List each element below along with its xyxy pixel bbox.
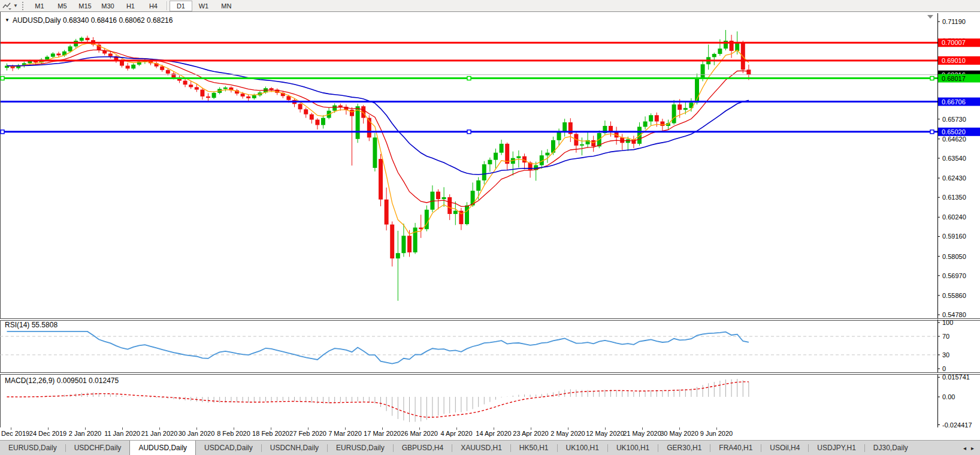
date-label: 11 Jan 2020 <box>104 430 140 437</box>
candle <box>419 215 423 238</box>
candle <box>310 113 314 123</box>
macd-pane[interactable]: 0.0157410.00-0.024417 <box>0 375 980 427</box>
chart-tab-dj30-daily[interactable]: DJ30,Daily <box>865 441 917 455</box>
rsi-value: 55.5808 <box>32 321 58 329</box>
chart-tab-eurusd-daily[interactable]: EURUSD,Daily <box>328 441 393 455</box>
chart-tab-usdjpy-h1[interactable]: USDJPY,H1 <box>809 441 864 455</box>
candle <box>200 88 204 100</box>
timeframe-button-mn[interactable]: MN <box>215 1 238 11</box>
candle <box>649 113 653 126</box>
tab-scroll-right-icon[interactable]: ▸ <box>971 445 974 451</box>
chart-tab-xauusd-h1[interactable]: XAUUSD,H1 <box>452 441 510 455</box>
chart-tab-usdcad-daily[interactable]: USDCAD,Daily <box>196 441 261 455</box>
candle <box>568 118 573 142</box>
candle <box>155 62 159 68</box>
chart-menu-caret-icon[interactable]: ▼ <box>5 17 10 23</box>
timeframe-button-m5[interactable]: M5 <box>51 1 74 11</box>
price-tick-label: 0.54780 <box>942 311 966 318</box>
candle <box>246 94 250 101</box>
candle <box>350 107 354 165</box>
chart-tab-eurusd-daily[interactable]: EURUSD,Daily <box>0 441 65 455</box>
line-handle[interactable] <box>467 130 471 134</box>
chart-tab-ger30-h1[interactable]: GER30,H1 <box>658 441 710 455</box>
date-label: 2 Jan 2020 <box>69 430 101 437</box>
candle <box>229 86 233 92</box>
price-tick-label: 0.55860 <box>942 292 966 299</box>
chart-tab-bar: EURUSD,DailyUSDCHF,DailyAUDUSD,DailyUSDC… <box>0 440 980 455</box>
line-handle[interactable] <box>930 77 934 80</box>
candle <box>660 119 664 132</box>
candle <box>85 36 89 42</box>
candle <box>212 92 216 100</box>
candle <box>534 162 538 181</box>
chart-tab-gbpusd-h4[interactable]: GBPUSD,H4 <box>394 441 452 455</box>
date-label: 30 May 2020 <box>660 430 698 437</box>
candle <box>724 30 728 50</box>
date-label: 27 Feb 2020 <box>289 430 326 437</box>
timeframe-button-m15[interactable]: M15 <box>74 1 96 11</box>
candle <box>114 55 118 63</box>
line-handle[interactable] <box>930 130 934 134</box>
timeframe-button-h4[interactable]: H4 <box>142 1 165 11</box>
candle <box>712 53 716 65</box>
candle <box>706 44 710 70</box>
line-handle[interactable] <box>1 130 4 134</box>
svg-text:0.65020: 0.65020 <box>942 128 966 135</box>
candle <box>304 107 308 117</box>
macd-scale-label: 0.00 <box>942 393 955 400</box>
price-badge: 0.70007 <box>938 38 980 47</box>
timeframe-button-m1[interactable]: M1 <box>28 1 51 11</box>
candle <box>385 188 389 231</box>
chart-tab-audusd-daily[interactable]: AUDUSD,Daily <box>129 441 196 455</box>
timeframe-button-d1[interactable]: D1 <box>170 1 192 11</box>
rsi-scale-label: 0 <box>942 365 946 372</box>
price-badge: 0.65020 <box>938 128 980 136</box>
rsi-scale-label: 30 <box>942 351 949 358</box>
svg-text:0.69010: 0.69010 <box>942 57 966 64</box>
candle <box>298 103 303 112</box>
tab-scroll-left-icon[interactable]: ◂ <box>963 445 966 451</box>
price-badge: 0.68017 <box>938 74 980 83</box>
chart-tab-hk50-h1[interactable]: HK50,H1 <box>511 441 557 455</box>
date-label: 4 Apr 2020 <box>440 430 472 437</box>
svg-text:0.66706: 0.66706 <box>942 98 966 106</box>
candle <box>430 185 434 212</box>
rsi-pane[interactable]: 10070300 <box>0 320 980 372</box>
chart-tab-uk100-h1[interactable]: UK100,H1 <box>558 441 607 455</box>
chart-shift-marker-icon <box>927 15 933 19</box>
price-chart-pane[interactable]: 0.711900.701100.690300.679200.668100.657… <box>0 13 980 318</box>
chart-tab-fra40-h1[interactable]: FRA40,H1 <box>710 441 761 455</box>
candle <box>545 149 549 163</box>
candle <box>631 135 636 148</box>
date-label: 9 Jun 2020 <box>700 430 733 437</box>
candle <box>390 221 394 266</box>
macd-scale-label: 0.015741 <box>942 375 970 381</box>
chart-tab-usdchf-daily[interactable]: USDCHF,Daily <box>66 441 130 455</box>
timeframe-toolbar: ▼ M1M5M15M30H1H4D1W1MN <box>0 0 980 12</box>
candle <box>540 150 544 169</box>
date-axis: 14 Dec 201924 Dec 20192 Jan 202011 Jan 2… <box>0 427 980 440</box>
candle <box>401 224 406 257</box>
date-label: 2 May 2020 <box>551 430 585 437</box>
line-handle[interactable] <box>467 77 471 80</box>
timeframe-button-m30[interactable]: M30 <box>96 1 119 11</box>
price-tick-label: 0.56970 <box>942 272 966 279</box>
candle <box>5 64 9 71</box>
timeframe-button-h1[interactable]: H1 <box>119 1 142 11</box>
candle <box>396 231 400 301</box>
price-tick-label: 0.61350 <box>942 194 966 201</box>
chart-tab-uk100-h1[interactable]: UK100,H1 <box>608 441 658 455</box>
rsi-scale-label: 70 <box>942 333 949 340</box>
chart-tab-usoil-h4[interactable]: USOil,H4 <box>761 441 808 455</box>
candle <box>442 187 446 207</box>
price-tick-label: 0.63540 <box>942 155 966 162</box>
timeframe-button-w1[interactable]: W1 <box>192 1 215 11</box>
pointer-tool-icon[interactable]: ▼ <box>2 2 18 10</box>
pointer-tool-caret-icon[interactable]: ▼ <box>13 3 18 8</box>
line-handle[interactable] <box>1 77 4 80</box>
svg-text:0.70007: 0.70007 <box>942 39 966 46</box>
chart-tab-usdcnh-daily[interactable]: USDCNH,Daily <box>262 441 327 455</box>
macd-scale-label: -0.024417 <box>942 421 972 427</box>
chart-title: ▼AUDUSD,Daily 0.68340 0.68416 0.68062 0.… <box>5 16 173 25</box>
date-label: 26 Mar 2020 <box>401 430 438 437</box>
